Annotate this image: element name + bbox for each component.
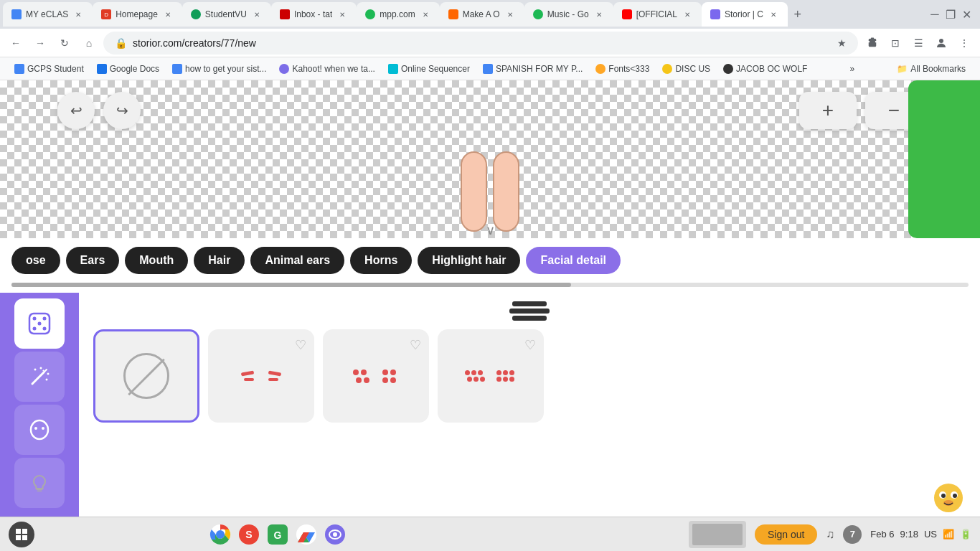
canvas-area[interactable]: ↩ ↪ + − ∨	[0, 80, 980, 238]
character-preview	[382, 80, 598, 238]
start-button[interactable]	[9, 522, 34, 547]
cat-tab-hair[interactable]: Hair	[194, 247, 245, 274]
bookmark-sequencer[interactable]: Online Sequencer	[382, 62, 476, 75]
tab-studentvu[interactable]: StudentVU ✕	[182, 2, 271, 27]
cat-tab-highlight-hair[interactable]: Highlight hair	[418, 247, 520, 274]
battery-icon: 🔋	[960, 529, 971, 540]
cat-tab-nose[interactable]: ose	[11, 247, 60, 274]
all-bookmarks-folder[interactable]: 📁 All Bookmarks	[891, 62, 971, 75]
close-button[interactable]: ✕	[961, 9, 971, 19]
cat-tab-facial-detail[interactable]: Facial detail	[526, 247, 621, 274]
tab-my-eclas[interactable]: MY eCLAS ✕	[3, 2, 93, 27]
tab-close-5[interactable]: ✕	[420, 9, 431, 20]
cat-tab-highlight-hair-label: Highlight hair	[432, 254, 506, 266]
bookmark-disc[interactable]: DISC US	[656, 62, 716, 75]
freckle-dot	[361, 369, 367, 375]
bookmark-spanish[interactable]: SPANISH FOR MY P...	[477, 62, 588, 75]
mask-button[interactable]	[14, 405, 65, 455]
minimize-button[interactable]: ─	[930, 9, 940, 19]
extensions-icon[interactable]	[862, 33, 882, 53]
taskbar-tz: US	[924, 529, 937, 540]
bookmark-fonts[interactable]: Fonts<333	[590, 62, 655, 75]
taskbar-google-drive[interactable]	[293, 522, 319, 547]
bookmark-docs[interactable]: Google Docs	[91, 62, 165, 75]
tab-close-6[interactable]: ✕	[504, 9, 516, 20]
menu-icon[interactable]: ⋮	[954, 33, 974, 53]
bookmark-sister[interactable]: how to get your sist...	[166, 62, 272, 75]
redo-button[interactable]: ↪	[103, 92, 141, 129]
category-tabs: ose Ears Mouth Hair Animal ears Horns Hi…	[0, 238, 980, 283]
freckle-dot	[465, 370, 470, 375]
bookmark-gcps[interactable]: GCPS Student	[9, 62, 90, 75]
taskbar-time: 9:18	[900, 529, 918, 540]
tab-d2l[interactable]: D Homepage ✕	[93, 2, 182, 27]
tab-make[interactable]: Make A O ✕	[440, 2, 524, 27]
zoom-in-button[interactable]: +	[799, 92, 857, 129]
taskbar-right: Sign out ♫ 7 Feb 6 9:18 US 📶 🔋	[689, 521, 971, 548]
bookmark-star-icon[interactable]: ★	[837, 37, 847, 49]
heart-icon-1[interactable]: ♡	[295, 337, 306, 353]
forward-button[interactable]: →	[30, 33, 50, 53]
tab-close-8[interactable]: ✕	[682, 9, 693, 20]
tab-close-1[interactable]: ✕	[72, 9, 84, 20]
refresh-button[interactable]: ↻	[55, 33, 75, 53]
tab-close-4[interactable]: ✕	[336, 9, 348, 20]
magic-wand-button[interactable]	[14, 352, 65, 402]
item-freckles-3[interactable]: ♡	[438, 329, 544, 423]
tab-close-7[interactable]: ✕	[593, 9, 605, 20]
tab-title-1: MY eCLAS	[26, 9, 68, 19]
item-none[interactable]	[93, 329, 199, 423]
taskbar-chrome[interactable]	[207, 522, 233, 547]
taskbar-app-3[interactable]: G	[265, 522, 291, 547]
bookmark-jacob[interactable]: JACOB OC WOLF	[717, 62, 813, 75]
taskbar-app-2[interactable]: S	[236, 522, 262, 547]
profile-icon[interactable]	[931, 33, 951, 53]
freckle-dot	[503, 370, 508, 375]
item-freckles-1[interactable]: ♡	[208, 329, 314, 423]
browser-chrome: MY eCLAS ✕ D Homepage ✕ StudentVU ✕ Inbo…	[0, 0, 980, 80]
tab-close-2[interactable]: ✕	[162, 9, 174, 20]
screen-cast-icon[interactable]: ⊡	[885, 33, 905, 53]
url-bar[interactable]: 🔒 storior.com/creators/77/new ★	[103, 32, 858, 55]
home-button[interactable]: ⌂	[79, 33, 99, 53]
cat-tab-ears[interactable]: Ears	[66, 247, 120, 274]
back-button[interactable]: ←	[6, 33, 26, 53]
svg-rect-1	[461, 152, 486, 231]
taskbar-thumbnail[interactable]	[689, 521, 746, 548]
tab-music-go[interactable]: Music - Go ✕	[524, 2, 613, 27]
bookmark-kahoot[interactable]: Kahoot! when we ta...	[273, 62, 380, 75]
scroll-down-indicator[interactable]: ∨	[486, 222, 495, 238]
tabs-scrollbar[interactable]	[11, 283, 969, 287]
tabs-scrollbar-thumb[interactable]	[11, 283, 571, 287]
cat-tab-mouth[interactable]: Mouth	[125, 247, 188, 274]
lightbulb-button[interactable]	[14, 458, 65, 508]
tab-mpp[interactable]: mpp.com ✕	[357, 2, 439, 27]
stack-line-1	[512, 301, 547, 306]
reader-mode-icon[interactable]: ☰	[908, 33, 928, 53]
tab-close-3[interactable]: ✕	[251, 9, 263, 20]
bookmark-favicon-kahoot	[279, 64, 289, 74]
undo-button[interactable]: ↩	[57, 92, 95, 129]
freckle-dot	[478, 370, 483, 375]
new-tab-button[interactable]: +	[788, 4, 808, 24]
freckle-dot	[473, 377, 479, 382]
freckle-mark	[268, 370, 282, 376]
freckles-left-3	[465, 370, 485, 382]
maximize-button[interactable]: ❐	[946, 9, 956, 19]
cat-tab-horns[interactable]: Horns	[350, 247, 412, 274]
tab-storior[interactable]: Storior | C ✕	[702, 2, 788, 27]
heart-icon-2[interactable]: ♡	[410, 337, 421, 353]
tab-official[interactable]: [OFFICIAL ✕	[613, 2, 702, 27]
tab-close-9[interactable]: ✕	[768, 9, 779, 20]
bookmark-favicon-docs	[97, 64, 107, 74]
taskbar-app-5[interactable]	[322, 522, 348, 547]
item-freckles-2[interactable]: ♡	[323, 329, 429, 423]
heart-icon-3[interactable]: ♡	[524, 337, 536, 353]
sign-out-button[interactable]: Sign out	[755, 524, 817, 545]
music-control-icon[interactable]: ♫	[826, 528, 834, 541]
randomize-button[interactable]	[14, 298, 65, 349]
cat-tab-animal-ears[interactable]: Animal ears	[250, 247, 344, 274]
tab-inbox[interactable]: Inbox - tat ✕	[271, 2, 357, 27]
notification-badge[interactable]: 7	[843, 525, 862, 544]
bookmarks-more-button[interactable]: »	[844, 62, 861, 75]
